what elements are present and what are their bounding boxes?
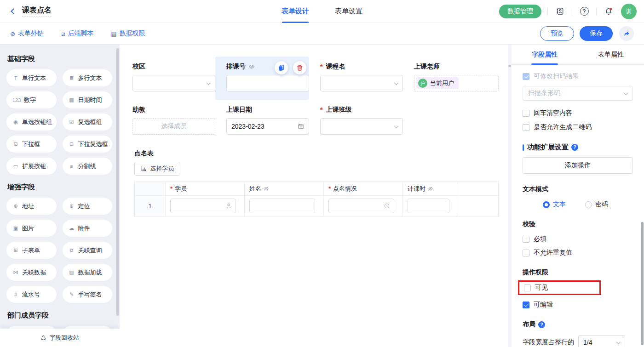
sidebar-item-image[interactable]: ▣图片 xyxy=(6,220,57,237)
select-students-button[interactable]: 选择学员 xyxy=(134,162,180,176)
form-external-link-button[interactable]: ⊘ 表单外链 xyxy=(10,29,44,38)
sidebar-item-dropdown[interactable]: ⊡下拉框 xyxy=(6,136,57,153)
roll-call-table: *学员 姓名 *点名情况 计课时 1 xyxy=(134,182,499,216)
no-duplicate-checkbox[interactable] xyxy=(523,250,529,256)
visible-row: 可见 xyxy=(524,284,595,292)
user-avatar[interactable]: 训 xyxy=(621,4,637,19)
scan-result-editable-checkbox[interactable] xyxy=(523,73,529,80)
sidebar-item-single-line-text[interactable]: T单行文本 xyxy=(6,69,57,86)
campus-select[interactable] xyxy=(132,75,215,91)
field-class-group[interactable]: *上课班级 xyxy=(309,100,403,143)
sidebar-item-dropdown-multiselect[interactable]: ⊟下拉复选框 xyxy=(63,136,113,153)
help-badge-icon[interactable]: ? xyxy=(571,144,578,151)
add-action-button[interactable]: 添加操作 xyxy=(523,157,633,174)
sidebar-item-serial-number[interactable]: #流水号 xyxy=(6,286,57,303)
item-label: 日期时间 xyxy=(78,96,102,104)
tab-form-settings[interactable]: 表单设置 xyxy=(335,0,362,23)
item-label: 下拉复选框 xyxy=(78,140,108,148)
allow-qrcode-checkbox[interactable] xyxy=(523,124,529,131)
field-schedule-no[interactable]: 排课号 xyxy=(215,57,309,100)
tab-field-properties[interactable]: 字段属性 xyxy=(512,45,578,64)
tab-form-design[interactable]: 表单设计 xyxy=(282,0,309,23)
current-user-tag[interactable]: 户 当前用户 xyxy=(416,77,459,89)
sidebar-item-address[interactable]: ⊚地址 xyxy=(6,198,57,215)
field-properties-content: 可修改扫码结果 扫描条形码 回车清空内容 是否允许生成二维码 功能扩展设置 xyxy=(512,65,644,347)
sidebar-item-relation-query[interactable]: ⧉关联查询 xyxy=(63,242,113,259)
backend-script-button[interactable]: ⧄ 后端脚本 xyxy=(61,29,93,38)
copy-field-button[interactable] xyxy=(275,61,288,74)
required-checkbox[interactable] xyxy=(523,236,529,243)
student-picker-input[interactable] xyxy=(170,199,236,213)
radio-icon xyxy=(585,201,592,208)
help-badge-icon[interactable]: ? xyxy=(538,321,545,328)
required-checkbox-label: 必填 xyxy=(534,235,546,243)
name-input[interactable] xyxy=(249,199,315,213)
validation-title: 校验 xyxy=(523,220,633,228)
course-name-select[interactable] xyxy=(320,75,403,91)
attendance-input[interactable] xyxy=(328,199,394,213)
sidebar-item-relation-data[interactable]: ⋈关联数据 xyxy=(6,264,57,281)
sidebar-item-datetime[interactable]: ▦日期时间 xyxy=(63,91,113,108)
preview-button[interactable]: 预览 xyxy=(540,26,574,41)
scan-mode-select[interactable]: 扫描条形码 xyxy=(523,86,633,101)
canvas-scrollbar-track[interactable] xyxy=(508,45,512,347)
trash-icon xyxy=(296,64,303,71)
layout-width-value: 1/4 xyxy=(583,339,592,346)
schedule-no-input[interactable] xyxy=(226,75,309,91)
delete-field-button[interactable] xyxy=(293,61,306,74)
class-date-input[interactable]: 2023-02-23 xyxy=(226,118,309,135)
field-assistant[interactable]: 助教 选择成员 xyxy=(121,100,215,143)
sidebar-item-multi-line-text[interactable]: ≣多行文本 xyxy=(63,69,113,86)
sidebar-item-checkbox-group[interactable]: ☑复选框组 xyxy=(63,114,113,131)
scan-mode-value: 扫描条形码 xyxy=(528,89,560,97)
teacher-member-box[interactable]: 户 当前用户 xyxy=(414,75,499,91)
field-class-date[interactable]: 上课日期 2023-02-23 xyxy=(215,100,309,143)
field-teacher[interactable]: 上课老师 户 当前用户 xyxy=(403,57,497,100)
sidebar-scrollbar[interactable] xyxy=(116,48,119,316)
tab-form-properties[interactable]: 表单属性 xyxy=(578,45,644,64)
header: 课表点名 表单设计 表单设置 数据管理 ? xyxy=(0,0,644,23)
share-arrow-icon xyxy=(623,30,630,37)
hours-input[interactable] xyxy=(408,199,449,213)
sidebar-item-divider-line[interactable]: ≡分割线 xyxy=(63,158,113,175)
field-campus[interactable]: 校区 xyxy=(121,57,215,100)
panel-scrollbar-thumb[interactable] xyxy=(641,222,644,345)
radio-icon: ◉ xyxy=(12,119,19,125)
image-icon: ▣ xyxy=(12,225,19,231)
editable-checkbox[interactable] xyxy=(523,301,529,308)
sidebar-item-number[interactable]: 123数字 xyxy=(6,91,57,108)
assistant-member-picker[interactable]: 选择成员 xyxy=(132,118,215,135)
save-button[interactable]: 保存 xyxy=(580,26,613,41)
header-blank xyxy=(458,182,498,195)
item-label: 数字 xyxy=(24,96,36,104)
data-permission-button[interactable]: ▤ 数据权限 xyxy=(111,29,145,38)
sidebar-item-extend-button[interactable]: ▭扩展按钮 xyxy=(6,158,57,175)
layout-width-select[interactable]: 1/4 xyxy=(578,335,625,347)
canvas-scrollbar-thumb[interactable] xyxy=(508,65,511,67)
sidebar-item-signature[interactable]: ✎手写签名 xyxy=(63,286,113,303)
notification-bell-icon[interactable] xyxy=(603,6,615,17)
sidebar-item-location[interactable]: ⊕定位 xyxy=(63,198,113,215)
clear-on-enter-checkbox[interactable] xyxy=(523,110,529,117)
back-chevron-icon xyxy=(11,8,17,14)
back-button[interactable] xyxy=(7,6,19,17)
visible-checkbox[interactable] xyxy=(524,284,531,291)
data-manage-button[interactable]: 数据管理 xyxy=(499,5,541,18)
class-group-select[interactable] xyxy=(320,118,403,135)
share-button[interactable] xyxy=(619,26,634,41)
roll-call-section[interactable]: 点名表 选择学员 *学员 姓名 *点名情况 计课时 xyxy=(134,149,512,216)
help-icon[interactable]: ? xyxy=(578,6,590,17)
text-mode-option-text[interactable]: 文本 xyxy=(543,200,566,209)
sidebar-item-attachment[interactable]: ☁附件 xyxy=(63,220,113,237)
sidebar-item-data-load[interactable]: ▥数据加载 xyxy=(63,264,113,281)
text-mode-option-password[interactable]: 密码 xyxy=(585,200,608,209)
toolbar-actions: 预览 保存 xyxy=(540,26,634,41)
chevron-down-icon xyxy=(394,124,399,128)
field-course-name[interactable]: *课程名 xyxy=(309,57,403,100)
user-tag-avatar: 户 xyxy=(418,79,427,88)
field-recycle-bin[interactable]: ♺ 字段回收站 xyxy=(0,329,120,347)
sidebar-item-radio-group[interactable]: ◉单选按钮组 xyxy=(6,114,57,131)
sidebar-item-subform[interactable]: ⊞子表单 xyxy=(6,242,57,259)
contacts-book-icon[interactable] xyxy=(554,6,566,17)
calendar-icon: ▦ xyxy=(69,97,75,103)
